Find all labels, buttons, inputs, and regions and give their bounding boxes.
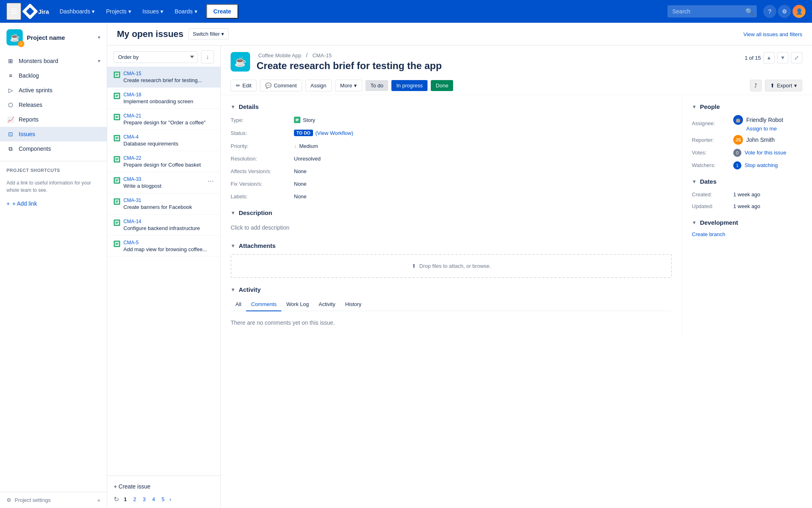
dates-chevron-icon: ▼ [692,179,697,185]
table-row[interactable]: CMA-21 Prepare design for "Order a coffe… [107,109,220,130]
issue-toolbar: ✏ Edit 💬 Comment Assign More ▾ To do [221,76,812,95]
switch-filter-button[interactable]: Switch filter ▾ [188,28,229,39]
tab-all[interactable]: All [231,298,246,311]
assignee-label: Assignee: [692,119,728,128]
view-all-issues-link[interactable]: View all issues and filters [743,31,802,37]
export-icon: ⬆ [770,82,775,89]
table-row[interactable]: CMA-31 Create banners for Facebook [107,193,220,215]
more-button[interactable]: More ▾ [335,80,363,91]
create-issue-button[interactable]: + Create issue [114,481,214,492]
votes-label: Votes: [692,148,728,157]
sidebar-item-releases[interactable]: ⬡ Releases [0,98,107,112]
project-settings[interactable]: ⚙ Project settings « [0,492,107,508]
share-icon: ⤴ [754,82,757,89]
breadcrumb-id[interactable]: CMA-15 [311,52,333,59]
boards-menu[interactable]: Boards ▾ [171,6,201,17]
attachments-section-title: Attachments [239,242,276,249]
share-button[interactable]: ⤴ [750,80,762,91]
assign-button[interactable]: Assign [305,80,332,91]
search-input[interactable] [667,5,757,17]
activity-section-header[interactable]: ▼ Activity [231,286,672,293]
sidebar-item-reports[interactable]: 📈 Reports [0,112,107,127]
settings-button[interactable]: ⚙ [778,5,791,18]
table-row[interactable]: CMA-14 Configure backend infrastructure [107,215,220,236]
page-5-link[interactable]: 5 [160,495,166,503]
stop-watching-link[interactable]: Stop watching [745,162,778,168]
project-header[interactable]: ☕ ⚡ Project name ▾ [0,23,107,52]
fix-value: None [294,179,672,189]
breadcrumb-project[interactable]: Coffee Mobile App [257,52,304,59]
sidebar-item-issues[interactable]: ⊡ Issues [0,127,107,141]
sort-direction-button[interactable]: ↓ [201,50,214,63]
issue-list-panel: Order by ↓ CMA-15 Create research brief … [107,46,221,508]
comment-button[interactable]: 💬 Comment [260,80,302,91]
sidebar-item-active-sprints[interactable]: ▷ Active sprints [0,83,107,98]
attachments-dropzone[interactable]: ⬆ Drop files to attach, or browse. [231,254,672,278]
page-2-link[interactable]: 2 [132,495,138,503]
issue-title: Create research brief for testing the ap… [257,60,738,72]
table-row[interactable]: CMA-33 Write a blogpost ⋯ [107,172,220,193]
table-row[interactable]: CMA-22 Prepare design for Coffee basket [107,151,220,172]
people-section-header[interactable]: ▼ People [692,103,802,110]
comment-icon: 💬 [265,82,272,89]
issue-id: CMA-31 [123,198,214,203]
expand-issue-button[interactable]: ⤢ [791,52,802,63]
page-next-button[interactable]: › [169,496,171,502]
story-icon [114,135,120,141]
issues-menu[interactable]: Issues ▾ [138,6,167,17]
more-options-button[interactable]: ⋯ [207,177,214,185]
next-issue-button[interactable]: ▼ [777,52,788,63]
description-section-header[interactable]: ▼ Description [231,209,672,216]
watchers-count: 1 [733,161,741,169]
create-branch-link[interactable]: Create branch [692,231,725,237]
table-row[interactable]: CMA-18 Implement onboarding screen [107,88,220,109]
add-link-button[interactable]: + + Add link [0,197,107,210]
sidebar-collapse-icon[interactable]: « [97,497,100,503]
tab-comments[interactable]: Comments [246,298,281,311]
projects-menu[interactable]: Projects ▾ [102,6,135,17]
page-4-link[interactable]: 4 [151,495,157,503]
table-row[interactable]: CMA-5 Add map view for browsing coffee..… [107,236,220,257]
view-workflow-link[interactable]: (View Workflow) [315,130,353,136]
prev-issue-button[interactable]: ▲ [763,52,775,63]
hamburger-menu-button[interactable]: ☰ [6,3,21,20]
description-placeholder[interactable]: Click to add description [231,221,672,234]
issue-title: Add map view for browsing coffee... [123,246,214,252]
table-row[interactable]: CMA-4 Database requirements [107,130,220,151]
search-icon[interactable]: 🔍 [745,8,754,15]
details-section-header[interactable]: ▼ Details [231,103,672,110]
tab-activity[interactable]: Activity [314,298,340,311]
refresh-button[interactable]: ↻ [114,495,119,503]
tab-worklog[interactable]: Work Log [281,298,313,311]
page-3-link[interactable]: 3 [141,495,147,503]
sidebar-item-backlog[interactable]: ≡ Backlog [0,68,107,83]
sidebar-nav: ⊞ Monsters board ▾ ≡ Backlog ▷ Active sp… [0,52,107,158]
dashboards-menu[interactable]: Dashboards ▾ [56,6,99,17]
dates-section-header[interactable]: ▼ Dates [692,178,802,185]
order-by-select[interactable]: Order by [114,51,198,63]
table-row[interactable]: CMA-15 Create research brief for testing… [107,67,220,88]
edit-button[interactable]: ✏ Edit [231,80,257,91]
done-status-button[interactable]: Done [431,80,453,91]
export-button[interactable]: ⬆ Export ▾ [765,80,802,91]
assign-to-me-link[interactable]: Assign to me [746,126,802,132]
help-button[interactable]: ? [763,5,776,18]
activity-tabs: All Comments Work Log Activity History [231,298,672,311]
vote-link[interactable]: Vote for this issue [745,150,786,156]
page-1-link[interactable]: 1 [122,495,128,503]
tab-history[interactable]: History [340,298,366,311]
sidebar-item-monsters-board[interactable]: ⊞ Monsters board ▾ [0,54,107,68]
issue-body: ▼ Details Type: Story [221,95,812,337]
todo-status-button[interactable]: To do [365,80,388,91]
story-icon [114,72,120,78]
inprogress-status-button[interactable]: In progress [391,80,428,91]
issue-list-footer: + Create issue ↻ 1 2 3 4 5 › [107,475,220,508]
development-section-header[interactable]: ▼ Development [692,219,802,226]
development-section: ▼ Development Create branch [692,219,802,237]
user-avatar[interactable]: 👤 [793,5,806,18]
attachments-section-header[interactable]: ▼ Attachments [231,242,672,249]
create-button[interactable]: Create [206,4,239,19]
jira-logo[interactable]: Jira [24,6,49,17]
details-section: ▼ Details Type: Story [231,103,672,201]
sidebar-item-components[interactable]: ⧉ Components [0,141,107,156]
